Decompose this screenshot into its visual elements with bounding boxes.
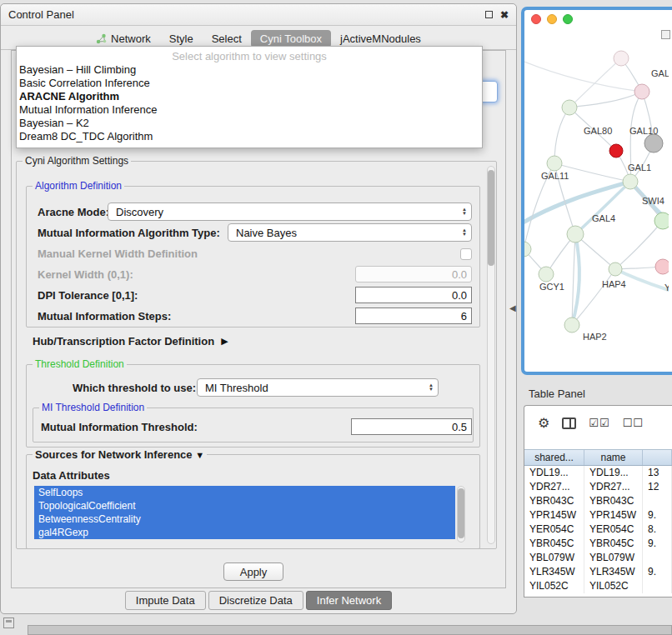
table-cell: YBR043C <box>584 494 643 508</box>
close-traffic-light-icon[interactable] <box>531 14 541 24</box>
mi-algorithm-type-select[interactable]: Naive Bayes <box>228 223 472 242</box>
data-attributes-list[interactable]: SelfLoopsTopologicalCoefficientBetweenne… <box>34 486 455 542</box>
tab-cyni-toolbox[interactable]: Cyni Toolbox <box>251 30 331 48</box>
sources-legend-text: Sources for Network Inference <box>35 448 193 461</box>
network-canvas[interactable]: GALGAL80GAL10GAL11GAL1SWI4GAL4GCY1HAP4HA… <box>524 28 669 372</box>
settings-scrollbar-thumb[interactable] <box>488 170 494 266</box>
float-window-icon[interactable] <box>485 11 493 18</box>
columns-icon[interactable] <box>562 418 576 429</box>
column-header-partial[interactable] <box>643 450 672 465</box>
network-node[interactable] <box>524 242 531 257</box>
collapse-arrow-icon[interactable]: ▼ <box>195 450 204 460</box>
column-header-shared-name[interactable]: shared... <box>524 450 584 465</box>
tab-impute-data[interactable]: Impute Data <box>125 591 206 610</box>
which-threshold-label: Which threshold to use: <box>73 382 196 394</box>
network-node[interactable] <box>567 226 584 242</box>
combo-arrows-icon <box>429 383 434 392</box>
network-edge[interactable] <box>569 58 621 108</box>
network-node[interactable] <box>655 259 669 274</box>
dpi-tolerance-input[interactable] <box>355 287 472 303</box>
table-toolbar: ⚙ ☑☑ ☐☐ <box>538 416 644 431</box>
network-node[interactable] <box>539 267 554 282</box>
tab-label: Network <box>111 32 151 45</box>
node-label: GAL <box>651 68 669 78</box>
attribute-item[interactable]: TopologicalCoefficient <box>34 499 455 512</box>
tab-discretize-data[interactable]: Discretize Data <box>208 591 303 610</box>
select-all-icon[interactable]: ☑☑ <box>589 416 609 431</box>
attribute-item[interactable]: SelfLoops <box>34 486 455 499</box>
expand-arrow-icon[interactable]: ▶ <box>221 336 228 347</box>
algorithm-option[interactable]: Dream8 DC_TDC Algorithm <box>17 130 482 143</box>
aracne-mode-select[interactable]: Discovery <box>108 202 472 221</box>
which-threshold-select[interactable]: MI Threshold <box>197 378 439 397</box>
scrollbar-button[interactable] <box>661 30 670 39</box>
table-row[interactable]: YBR045CYBR045C9. <box>524 537 672 551</box>
tab-label: Cyni Toolbox <box>260 32 322 45</box>
tab-label: jActiveMNodules <box>340 32 421 45</box>
algorithm-option[interactable]: Bayesian – K2 <box>17 117 482 130</box>
splitter-collapse-icon[interactable]: ◀ <box>509 303 516 312</box>
deselect-all-icon[interactable]: ☐☐ <box>623 416 644 431</box>
table-row[interactable]: YDL19...YDL19...13 <box>524 466 672 480</box>
network-node[interactable] <box>609 262 622 276</box>
algorithm-option[interactable]: Basic Correlation Inference <box>17 77 482 90</box>
bottom-status-bar <box>28 625 672 635</box>
network-node[interactable] <box>562 100 577 115</box>
network-edge[interactable] <box>524 62 642 92</box>
table-cell: YIL052C <box>584 579 643 593</box>
table-row[interactable]: YBR043CYBR043C <box>524 494 672 508</box>
algorithm-option[interactable]: Bayesian – Hill Climbing <box>17 63 482 77</box>
manual-kernel-width-checkbox[interactable] <box>460 248 472 260</box>
table-cell: 8. <box>643 522 672 537</box>
sources-legend[interactable]: Sources for Network Inference ▼ <box>33 448 207 461</box>
kernel-width-input[interactable] <box>355 266 472 282</box>
zoom-traffic-light-icon[interactable] <box>563 14 573 24</box>
network-node[interactable] <box>547 156 562 171</box>
table-row[interactable]: YDR27...YDR27...12 <box>524 480 672 494</box>
network-node[interactable] <box>654 212 669 229</box>
network-edge[interactable] <box>554 108 569 163</box>
algorithm-placeholder: Select algorithm to view settings <box>17 49 482 63</box>
network-node[interactable] <box>623 174 638 189</box>
mi-steps-input[interactable] <box>355 308 472 324</box>
control-panel-titlebar[interactable]: Control Panel ✖ <box>1 4 516 26</box>
minimize-traffic-light-icon[interactable] <box>547 14 557 24</box>
network-node[interactable] <box>614 51 629 66</box>
table-cell: 13 <box>643 466 672 480</box>
gear-icon[interactable]: ⚙ <box>538 416 549 431</box>
table-row[interactable]: YBL079WYBL079W <box>524 551 672 565</box>
table-row[interactable]: YER054CYER054C8. <box>524 522 672 537</box>
tab-label: Style <box>169 32 193 45</box>
tab-select[interactable]: Select <box>203 30 251 48</box>
table-row[interactable]: YPR145WYPR145W9. <box>524 508 672 522</box>
close-icon[interactable]: ✖ <box>500 11 509 19</box>
network-view-window[interactable]: GALGAL80GAL10GAL11GAL1SWI4GAL4GCY1HAP4HA… <box>521 7 672 375</box>
settings-scrollbar[interactable] <box>487 166 495 544</box>
mi-threshold-input[interactable] <box>351 418 472 435</box>
column-header-name[interactable]: name <box>584 450 643 465</box>
algorithm-option[interactable]: ARACNE Algorithm <box>17 90 482 103</box>
algorithm-option[interactable]: Mutual Information Inference <box>17 103 482 117</box>
attribute-item[interactable]: gal4RGexp <box>34 526 455 539</box>
tab-infer-network[interactable]: Infer Network <box>306 591 392 610</box>
attributes-scrollbar[interactable] <box>457 486 465 542</box>
network-edge[interactable] <box>615 221 663 269</box>
algorithm-popup-list: Bayesian – Hill ClimbingBasic Correlatio… <box>17 63 482 143</box>
table-cell: 12 <box>643 480 672 494</box>
hub-definition-toggle[interactable]: Hub/Transcription Factor Definition ▶ <box>33 335 228 348</box>
network-node[interactable] <box>644 134 663 152</box>
table-row[interactable]: YIL052CYIL052C <box>524 579 672 593</box>
network-node[interactable] <box>609 144 623 158</box>
table-row[interactable]: YLR345WYLR345W9. <box>524 565 672 579</box>
network-node[interactable] <box>634 84 649 99</box>
attribute-item[interactable]: BetweennessCentrality <box>34 512 455 526</box>
network-node[interactable] <box>564 318 579 332</box>
tab-network[interactable]: Network <box>87 30 160 48</box>
threshold-definition-legend: Threshold Definition <box>33 358 127 370</box>
tab-jactivemnodules[interactable]: jActiveMNodules <box>331 30 430 48</box>
network-edge[interactable] <box>569 92 642 108</box>
tab-style[interactable]: Style <box>160 30 203 48</box>
apply-button[interactable]: Apply <box>223 562 283 581</box>
panel-toggle-icon[interactable] <box>3 618 14 628</box>
attributes-scrollbar-thumb[interactable] <box>458 488 464 538</box>
